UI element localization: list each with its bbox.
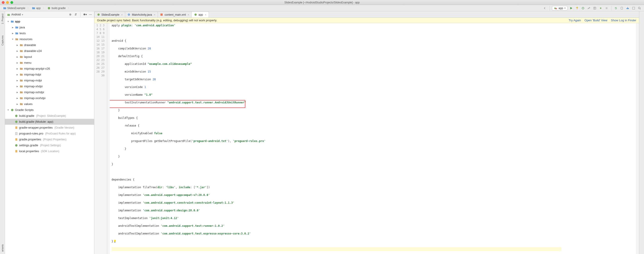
- breadcrumb: SlidesExample 〉 app 〉 build.gradle 〉: [2, 6, 70, 10]
- code-line: }: [112, 147, 562, 151]
- editor-tabs: SlidesExample× CMainActivity.java× conte…: [94, 11, 639, 18]
- svg-point-13: [15, 121, 18, 123]
- note: (Project Properties): [43, 137, 66, 142]
- tab-mainactivity[interactable]: CMainActivity.java×: [125, 12, 158, 18]
- code-line: defaultConfig {: [112, 54, 562, 58]
- separator: [80, 12, 80, 17]
- close-icon[interactable]: ×: [121, 14, 122, 16]
- folder-icon: [20, 79, 23, 82]
- left-tool-tabs: 1: Project Captures ariants: [0, 11, 5, 254]
- tree-node-drawable-v24[interactable]: ▶drawable-v24: [5, 48, 94, 54]
- svg-point-5: [600, 8, 601, 9]
- breadcrumb-label: build.gradle: [52, 6, 66, 10]
- profiler-button[interactable]: [587, 6, 591, 10]
- separator: [550, 6, 550, 10]
- project-panel: Android ▼ ⊕ ⇵ ✱▾ — ▼app ▶java ▶tests ▼re…: [5, 11, 94, 254]
- tree-node-mipmap-xxhdpi[interactable]: ▶mipmap-xxhdpi: [5, 89, 94, 95]
- tree-node-mipmap-xhdpi[interactable]: ▶mipmap-xhdpi: [5, 84, 94, 89]
- folder-icon: [20, 55, 23, 59]
- folder-icon: [20, 84, 23, 88]
- label: 1: Project: [1, 14, 4, 24]
- tree-node-drawable[interactable]: ▶drawable: [5, 42, 94, 48]
- tree-node-build-gradle-module[interactable]: build.gradle (Module: app): [5, 119, 94, 125]
- avd-manager-button[interactable]: [620, 6, 624, 10]
- tree-node-mipmap-hdpi[interactable]: ▶mipmap-hdpi: [5, 72, 94, 78]
- tree-node-gradle-properties[interactable]: gradle.properties(Project Properties): [5, 136, 94, 142]
- tree-node-resources[interactable]: ▼resources: [5, 36, 94, 42]
- captures-tool-tab[interactable]: Captures: [1, 34, 4, 47]
- run-config-selector[interactable]: app ▼: [552, 6, 568, 10]
- label: proguard-rules.pro: [19, 131, 43, 136]
- marker-bar: [636, 23, 639, 254]
- gradle-icon: [97, 13, 100, 16]
- open-build-link[interactable]: Open 'Build' View: [584, 18, 608, 22]
- tree-node-tests[interactable]: ▶tests: [5, 30, 94, 36]
- tab-slidesexample[interactable]: SlidesExample×: [94, 12, 125, 18]
- tree-node-java[interactable]: ▶java: [5, 24, 94, 30]
- breadcrumb-file[interactable]: build.gradle: [46, 6, 66, 10]
- tab-content-main[interactable]: content_main.xml×: [158, 12, 192, 18]
- editor-area: SlidesExample× CMainActivity.java× conte…: [94, 11, 639, 254]
- try-again-link[interactable]: Try Again: [568, 18, 581, 22]
- target-icon[interactable]: ⊕: [68, 13, 72, 16]
- tree-node-mipmap-anydpi[interactable]: ▶mipmap-anydpi-v26: [5, 66, 94, 72]
- project-tool-tab[interactable]: 1: Project: [1, 12, 4, 26]
- hide-icon[interactable]: —: [89, 13, 92, 16]
- line-gutter: 1 2 3 4 5 6 7 8 9 10 11 12 13 14 15 16 1…: [94, 23, 107, 254]
- minimize-window-button[interactable]: [6, 1, 9, 4]
- debug-button[interactable]: [581, 6, 585, 10]
- tab-app[interactable]: app×: [192, 12, 208, 18]
- apply-changes-button[interactable]: [575, 6, 579, 10]
- tree-node-local-properties[interactable]: local.properties(SDK Location): [5, 148, 94, 154]
- back-button[interactable]: [543, 6, 547, 10]
- search-button[interactable]: [637, 6, 642, 10]
- gear-icon[interactable]: ✱▾: [83, 13, 87, 16]
- stop-button[interactable]: [604, 6, 609, 10]
- note: (SDK Location): [41, 149, 59, 154]
- zoom-window-button[interactable]: [10, 1, 13, 4]
- tree-node-app[interactable]: ▼app: [5, 18, 94, 24]
- svg-point-17: [15, 144, 18, 147]
- svg-point-10: [638, 7, 640, 9]
- variants-tool-tab[interactable]: ariants: [1, 243, 4, 253]
- close-icon[interactable]: ×: [154, 14, 155, 16]
- run-button[interactable]: [569, 6, 574, 10]
- run-config-label: app: [558, 6, 563, 10]
- tree-node-gradle-wrapper[interactable]: gradle-wrapper.properties(Gradle Version…: [5, 125, 94, 131]
- sync-gradle-button[interactable]: [614, 6, 618, 10]
- tree-node-proguard[interactable]: proguard-rules.pro(ProGuard Rules for ap…: [5, 131, 94, 136]
- code-editor[interactable]: apply plugin: 'com.android.application' …: [110, 23, 562, 254]
- bulb-icon[interactable]: 💡: [113, 240, 116, 243]
- tree-node-mipmap-mdpi[interactable]: ▶mipmap-mdpi: [5, 78, 94, 84]
- label: drawable: [24, 43, 36, 48]
- tree-node-gradle-scripts[interactable]: ▼Gradle Scripts: [5, 107, 94, 113]
- coverage-button[interactable]: [592, 6, 597, 10]
- breadcrumb-app[interactable]: app: [31, 6, 42, 10]
- project-view-selector[interactable]: Android ▼: [11, 13, 24, 16]
- sdk-manager-button[interactable]: [626, 6, 630, 10]
- attach-debugger-button[interactable]: [598, 6, 603, 10]
- code-line: testInstrumentationRunner "android.suppo…: [112, 101, 562, 104]
- close-icon[interactable]: ×: [188, 14, 189, 16]
- svg-rect-14: [16, 126, 18, 129]
- close-icon[interactable]: ×: [205, 14, 206, 16]
- tree-node-mipmap-xxxhdpi[interactable]: ▶mipmap-xxxhdpi: [5, 95, 94, 101]
- collapse-icon[interactable]: ⇵: [74, 13, 78, 16]
- code-line: implementation 'com.android.support:appc…: [112, 193, 562, 197]
- folder-icon: [20, 67, 23, 70]
- layout-inspector-button[interactable]: [631, 6, 636, 10]
- folder-icon: [20, 43, 23, 47]
- tree-node-menu[interactable]: ▶menu: [5, 60, 94, 66]
- breadcrumb-root[interactable]: SlidesExample: [2, 6, 26, 10]
- tree-node-values[interactable]: ▶values: [5, 101, 94, 107]
- close-window-button[interactable]: [2, 1, 4, 4]
- properties-icon: [14, 150, 18, 153]
- show-log-link[interactable]: Show Log in Finder: [611, 18, 636, 22]
- code-line: apply plugin: 'com.android.application': [112, 24, 562, 28]
- tree-node-settings-gradle[interactable]: settings.gradle(Project Settings): [5, 142, 94, 148]
- tree-node-build-gradle-project[interactable]: build.gradle(Project: SlidesExample): [5, 113, 94, 119]
- tree-node-layout[interactable]: ▶layout: [5, 54, 94, 60]
- note: (Project Settings): [40, 143, 61, 148]
- svg-point-19: [97, 14, 100, 16]
- chevron-right-icon: 〉: [43, 6, 45, 10]
